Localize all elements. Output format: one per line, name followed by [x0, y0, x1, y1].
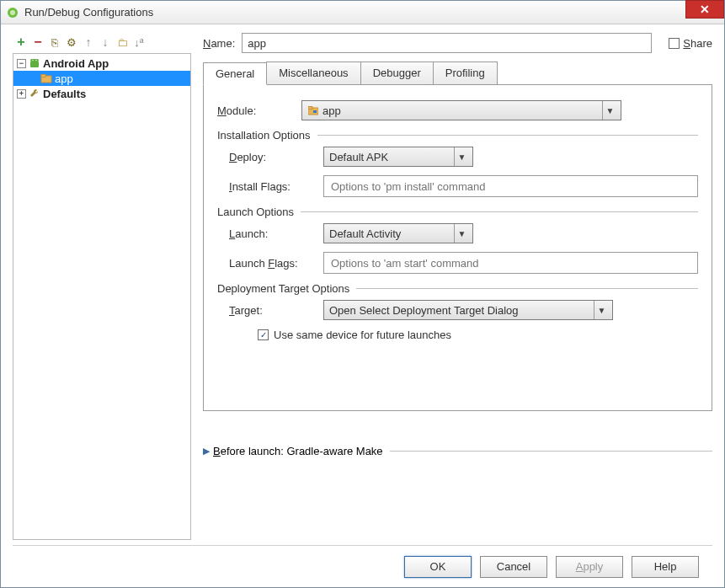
launch-flags-label: Launch Flags:: [229, 257, 323, 270]
wrench-icon: [29, 88, 40, 99]
module-row: Module: app ▼: [217, 100, 698, 120]
folder-icon: [40, 72, 52, 84]
android-icon: [29, 57, 40, 69]
folder-icon[interactable]: 🗀: [115, 35, 129, 49]
target-label: Target:: [229, 304, 323, 317]
deploy-value: Default APK: [329, 151, 450, 163]
install-flags-row: Install Flags:: [217, 175, 698, 197]
deploy-select[interactable]: Default APK ▼: [323, 147, 473, 167]
before-launch-section[interactable]: ▶ Before launch: Gradle-aware Make: [203, 445, 712, 457]
module-value: app: [323, 104, 599, 117]
tab-debugger[interactable]: Debugger: [360, 61, 434, 84]
expander-icon[interactable]: −: [17, 59, 26, 68]
tree-node-label: Defaults: [43, 88, 86, 100]
move-up-icon[interactable]: ↑: [82, 35, 95, 49]
titlebar: Run/Debug Configurations ✕: [1, 1, 724, 24]
ok-button[interactable]: OK: [404, 556, 472, 578]
section-header-label: Deployment Target Options: [217, 282, 349, 295]
upper-split: + − ⎘ ⚙ ↑ ↓ 🗀 ↓ª − Android App: [13, 33, 712, 540]
expander-icon[interactable]: +: [17, 89, 26, 99]
section-launch: Launch Options: [217, 206, 698, 218]
launch-flags-row: Launch Flags:: [217, 252, 698, 274]
install-flags-input[interactable]: [323, 175, 698, 197]
deploy-label: Deploy:: [229, 151, 323, 163]
tab-bar: General Miscellaneous Debugger Profiling: [203, 61, 712, 85]
window-title: Run/Debug Configurations: [24, 6, 153, 19]
svg-rect-3: [30, 59, 39, 61]
tab-profiling[interactable]: Profiling: [433, 61, 498, 84]
close-button[interactable]: ✕: [685, 0, 724, 19]
svg-point-1: [10, 10, 15, 15]
share-label: Share: [683, 37, 712, 50]
launch-label: Launch:: [229, 227, 323, 240]
target-select[interactable]: Open Select Deployment Target Dialog ▼: [323, 300, 613, 320]
collapse-triangle-icon[interactable]: ▶: [203, 446, 210, 457]
module-label: Module:: [217, 104, 301, 117]
name-label: Name:: [203, 37, 235, 50]
deploy-row: Deploy: Default APK ▼: [217, 147, 698, 167]
add-icon[interactable]: +: [14, 35, 28, 49]
remove-icon[interactable]: −: [31, 35, 45, 49]
section-deploy-target: Deployment Target Options: [217, 282, 698, 295]
sort-icon[interactable]: ↓ª: [132, 35, 146, 49]
module-icon: [307, 104, 319, 116]
tree-node-app[interactable]: app: [13, 71, 190, 86]
launch-flags-input[interactable]: [323, 252, 698, 274]
svg-rect-7: [41, 75, 45, 78]
launch-value: Default Activity: [329, 227, 450, 240]
tree-node-label: app: [55, 72, 73, 85]
name-input[interactable]: [242, 33, 652, 53]
tab-panel-general: Module: app ▼ Installation Options: [203, 85, 712, 411]
target-row: Target: Open Select Deployment Target Di…: [217, 300, 698, 320]
module-select[interactable]: app ▼: [301, 100, 621, 120]
chevron-down-icon: ▼: [594, 301, 609, 319]
launch-select[interactable]: Default Activity ▼: [323, 223, 473, 243]
divider: [356, 288, 698, 289]
divider: [390, 451, 712, 452]
share-checkbox-wrap[interactable]: Share: [669, 37, 712, 50]
use-same-device-checkbox[interactable]: ✓: [258, 329, 269, 340]
launch-row: Launch: Default Activity ▼: [217, 223, 698, 243]
right-panel: Name: Share General Miscellaneous Debugg…: [203, 33, 712, 540]
chevron-down-icon: ▼: [454, 147, 469, 166]
svg-rect-9: [308, 107, 312, 110]
tree-node-android-app[interactable]: − Android App: [13, 56, 190, 71]
tab-miscellaneous[interactable]: Miscellaneous: [266, 61, 360, 84]
divider: [317, 135, 698, 136]
section-header-label: Launch Options: [217, 206, 294, 218]
help-button[interactable]: Help: [632, 556, 699, 578]
apply-button[interactable]: Apply: [556, 556, 623, 578]
content-area: + − ⎘ ⚙ ↑ ↓ 🗀 ↓ª − Android App: [1, 24, 724, 587]
section-header-label: Installation Options: [217, 129, 311, 142]
target-value: Open Select Deployment Target Dialog: [329, 304, 590, 317]
svg-rect-2: [30, 61, 39, 67]
svg-rect-10: [313, 110, 317, 113]
section-installation: Installation Options: [217, 129, 698, 142]
chevron-down-icon: ▼: [454, 224, 469, 243]
tree-node-label: Android App: [43, 57, 109, 70]
name-row: Name: Share: [203, 33, 712, 53]
config-tree[interactable]: − Android App app +: [13, 53, 191, 540]
cancel-button[interactable]: Cancel: [480, 556, 547, 578]
svg-point-5: [35, 60, 36, 61]
before-launch-label: Before launch: Gradle-aware Make: [213, 445, 383, 457]
app-icon: [6, 6, 19, 19]
settings-icon[interactable]: ⚙: [65, 35, 78, 49]
left-panel: + − ⎘ ⚙ ↑ ↓ 🗀 ↓ª − Android App: [13, 33, 191, 540]
install-flags-label: Install Flags:: [229, 180, 323, 193]
use-same-device-label: Use same device for future launches: [274, 329, 451, 341]
divider: [301, 211, 698, 212]
chevron-down-icon: ▼: [602, 101, 617, 120]
dialog-window: Run/Debug Configurations ✕ + − ⎘ ⚙ ↑ ↓ 🗀…: [0, 0, 725, 588]
button-bar: OK Cancel Apply Help: [13, 545, 712, 587]
svg-point-4: [32, 60, 33, 61]
copy-icon[interactable]: ⎘: [48, 35, 61, 49]
tab-general[interactable]: General: [203, 62, 267, 85]
tree-node-defaults[interactable]: + Defaults: [13, 86, 190, 101]
config-toolbar: + − ⎘ ⚙ ↑ ↓ 🗀 ↓ª: [13, 33, 191, 53]
move-down-icon[interactable]: ↓: [99, 35, 112, 49]
use-same-device-row[interactable]: ✓ Use same device for future launches: [258, 329, 698, 341]
share-checkbox[interactable]: [669, 38, 680, 49]
